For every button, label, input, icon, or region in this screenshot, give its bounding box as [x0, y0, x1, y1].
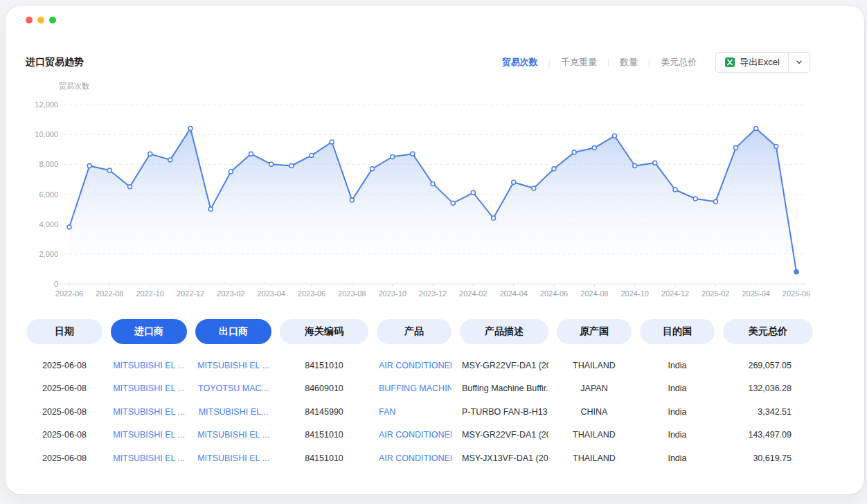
- cell-destination: India: [640, 384, 715, 393]
- cell-date: 2025-06-08: [26, 361, 102, 370]
- cell-product[interactable]: AIR CONDITIONER: [377, 361, 452, 370]
- y-axis-title: 贸易次数: [59, 81, 89, 91]
- metric-tab-kg-weight[interactable]: 千克重量: [551, 56, 607, 69]
- filter-pill-exporter[interactable]: 出口商: [195, 319, 271, 344]
- filter-pill-date[interactable]: 日期: [26, 319, 102, 344]
- x-tick-label: 2024-02: [459, 289, 487, 298]
- cell-hs-code: 84151010: [280, 430, 368, 440]
- minimize-button[interactable]: [37, 17, 44, 24]
- cell-importer[interactable]: MITSUBISHI EL ...: [111, 361, 187, 370]
- cell-exporter[interactable]: MITSUBISHI EL ...: [195, 361, 271, 370]
- cell-date: 2025-06-08: [26, 384, 102, 393]
- cell-exporter[interactable]: MITSUBISHI EL...: [195, 407, 271, 417]
- x-tick-label: 2023-08: [338, 289, 366, 298]
- cell-importer[interactable]: MITSUBISHI EL ...: [111, 407, 187, 417]
- data-point: [431, 181, 435, 186]
- cell-product[interactable]: AIR CONDITIONER: [377, 453, 452, 463]
- table-row: 2025-06-08MITSUBISHI EL ...MITSUBISHI EL…: [26, 354, 813, 377]
- table-row: 2025-06-08MITSUBISHI EL ...MITSUBISHI EL…: [26, 400, 813, 424]
- data-point: [774, 144, 778, 148]
- close-button[interactable]: [26, 17, 33, 24]
- filter-pill-description[interactable]: 产品描述: [460, 319, 548, 344]
- filter-pill-importer[interactable]: 进口商: [111, 319, 187, 344]
- cell-description: MSY-JX13VF-DA1 (20D...: [460, 453, 548, 463]
- cell-hs-code: 84145990: [280, 407, 368, 417]
- cell-exporter[interactable]: MITSUBISHI EL ...: [195, 430, 271, 440]
- filter-pill-product[interactable]: 产品: [377, 319, 452, 344]
- x-tick-label: 2025-04: [742, 289, 770, 298]
- cell-hs-code: 84609010: [280, 384, 368, 393]
- chart-controls: 贸易次数|千克重量|数量|美元总价 导出Excel: [492, 52, 810, 73]
- export-dropdown-button[interactable]: [788, 53, 810, 72]
- data-point: [391, 155, 395, 159]
- data-point: [168, 158, 172, 162]
- data-point: [188, 127, 193, 131]
- y-tick-label: 6,000: [39, 190, 58, 199]
- cell-product[interactable]: FAN: [377, 407, 452, 417]
- filter-pill-hs-code[interactable]: 海关编码: [280, 319, 368, 344]
- x-tick-label: 2023-10: [379, 289, 406, 298]
- data-point: [471, 190, 475, 195]
- y-tick-label: 4,000: [39, 220, 58, 228]
- data-point: [451, 201, 455, 205]
- data-point: [734, 146, 738, 150]
- x-tick-label: 2022-08: [96, 289, 123, 298]
- x-tick-label: 2025-06: [783, 289, 810, 298]
- page-title: 进口贸易趋势: [26, 56, 84, 69]
- cell-destination: India: [640, 453, 715, 463]
- cell-usd-total: 3,342.51: [723, 407, 813, 417]
- zoom-button[interactable]: [49, 17, 56, 24]
- y-tick-label: 0: [54, 280, 58, 288]
- data-point: [613, 134, 617, 138]
- cell-exporter[interactable]: MITSUBISHI EL ...: [195, 453, 271, 463]
- data-point: [148, 152, 152, 156]
- data-point: [754, 127, 758, 131]
- cell-usd-total: 269,057.05: [723, 361, 813, 370]
- data-point: [350, 198, 354, 202]
- data-point: [87, 164, 91, 168]
- cell-description: Buffing Machine Buffir...: [460, 384, 548, 393]
- filter-pill-destination-country[interactable]: 目的国: [640, 319, 715, 344]
- x-tick-label: 2023-02: [217, 289, 244, 298]
- cell-usd-total: 132,036.28: [723, 384, 813, 393]
- data-point: [532, 186, 536, 190]
- cell-product[interactable]: BUFFING MACHINE: [377, 384, 452, 393]
- cell-hs-code: 84151010: [280, 453, 368, 463]
- y-tick-label: 10,000: [35, 130, 58, 138]
- cell-importer[interactable]: MITSUBISHI EL ...: [111, 453, 187, 463]
- filter-pill-usd-total[interactable]: 美元总价: [723, 319, 813, 344]
- x-tick-label: 2024-08: [580, 289, 608, 298]
- export-excel-button[interactable]: 导出Excel: [716, 53, 788, 72]
- table-row: 2025-06-08MITSUBISHI EL ...MITSUBISHI EL…: [26, 447, 813, 470]
- x-tick-label: 2022-12: [177, 289, 204, 298]
- data-point: [794, 270, 798, 274]
- data-point: [107, 168, 111, 172]
- data-point: [128, 185, 132, 189]
- filter-pill-origin-country[interactable]: 原产国: [557, 319, 632, 344]
- cell-date: 2025-06-08: [26, 407, 102, 417]
- cell-exporter[interactable]: TOYOTSU MAC...: [195, 384, 271, 393]
- cell-origin: THAILAND: [557, 453, 632, 463]
- trend-chart: 02,0004,0006,0008,00010,00012,0002022-06…: [6, 94, 864, 302]
- cell-destination: India: [640, 361, 715, 370]
- metric-tab-trade-count[interactable]: 贸易次数: [492, 56, 548, 69]
- y-tick-label: 8,000: [39, 160, 58, 168]
- cell-description: MSY-GR22VF-DA1 (20...: [460, 361, 548, 370]
- window-controls: [26, 17, 56, 24]
- metric-tab-quantity[interactable]: 数量: [609, 56, 648, 69]
- cell-product[interactable]: AIR CONDITIONER: [377, 430, 452, 440]
- data-point: [713, 199, 717, 204]
- cell-description: MSY-GR22VF-DA1 (20...: [460, 430, 548, 440]
- table-row: 2025-06-08MITSUBISHI EL ...MITSUBISHI EL…: [26, 424, 813, 447]
- cell-usd-total: 30,619.75: [723, 453, 813, 463]
- export-excel-label: 导出Excel: [740, 56, 780, 69]
- metric-tab-usd-total[interactable]: 美元总价: [650, 56, 707, 69]
- x-tick-label: 2024-12: [661, 289, 689, 298]
- cell-date: 2025-06-08: [26, 430, 102, 440]
- metric-tabs: 贸易次数|千克重量|数量|美元总价: [492, 56, 707, 69]
- cell-importer[interactable]: MITSUBISHI EL ...: [111, 430, 187, 440]
- cell-hs-code: 84151010: [280, 361, 368, 370]
- x-tick-label: 2023-12: [419, 289, 447, 298]
- data-point: [249, 152, 253, 156]
- cell-importer[interactable]: MITSUBISHI EL ...: [111, 384, 187, 393]
